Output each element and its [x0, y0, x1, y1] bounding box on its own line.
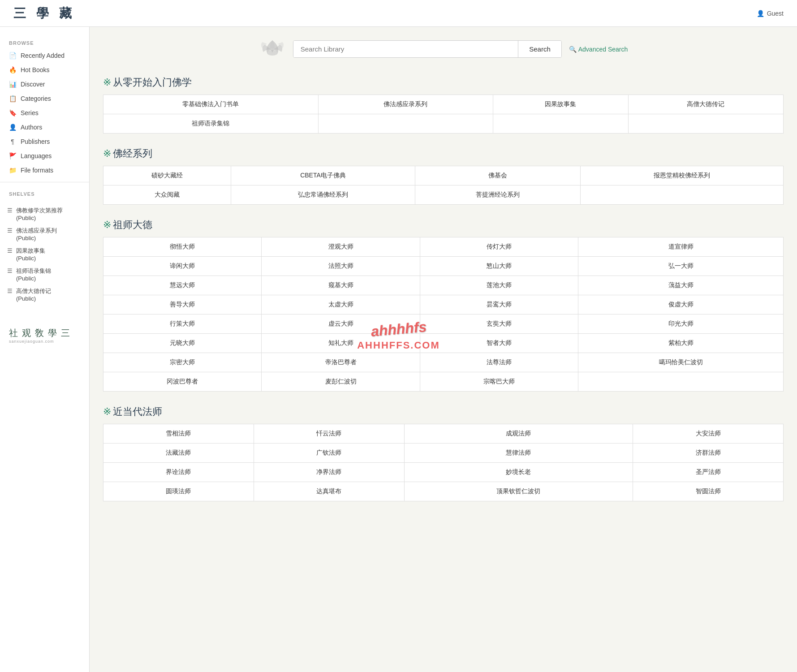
shelf-label-3: 因果故事集(Public) — [16, 247, 45, 262]
sidebar-item-discover[interactable]: 📊 Discover — [0, 77, 89, 91]
table-cell[interactable]: 传灯大师 — [420, 237, 578, 257]
table-cell[interactable]: 法藏法师 — [103, 444, 254, 463]
table-cell[interactable]: 帝洛巴尊者 — [262, 353, 420, 372]
shelf-item-5[interactable]: ☰ 高僧大德传记(Public) — [0, 284, 89, 305]
table-cell[interactable]: 界诠法师 — [103, 463, 254, 482]
table-cell[interactable]: 噶玛恰美仁波切 — [578, 353, 784, 372]
shelf-icon-2: ☰ — [7, 227, 13, 234]
table-cell[interactable]: 印光大师 — [578, 314, 784, 334]
table-cell[interactable]: 净界法师 — [254, 463, 404, 482]
table-cell[interactable]: 圣严法师 — [633, 463, 784, 482]
guest-label[interactable]: Guest — [767, 10, 784, 17]
table-cell[interactable]: 佛法感应录系列 — [318, 95, 493, 114]
authors-label: Authors — [21, 124, 42, 131]
table-cell[interactable]: 元晓大师 — [103, 334, 262, 353]
table-cell[interactable]: 昙鸾大师 — [420, 295, 578, 314]
table-cell[interactable]: 济群法师 — [633, 444, 784, 463]
table-cell[interactable]: 报恩堂精校佛经系列 — [581, 166, 784, 185]
table-cell[interactable]: 太虚大师 — [262, 295, 420, 314]
table-cell[interactable]: 佛基会 — [415, 166, 581, 185]
table-row: 法藏法师广钦法师慧律法师济群法师 — [103, 444, 784, 463]
discover-icon: 📊 — [9, 81, 16, 88]
table-cell[interactable]: 冈波巴尊者 — [103, 372, 262, 392]
table-cell[interactable]: 知礼大师 — [262, 334, 420, 353]
shelf-item-4[interactable]: ☰ 祖师语录集锦(Public) — [0, 264, 89, 284]
sidebar-item-publishers[interactable]: ¶ Publishers — [0, 134, 89, 149]
table-cell[interactable]: 雪相法师 — [103, 424, 254, 444]
table-cell[interactable]: 忏云法师 — [254, 424, 404, 444]
table-cell[interactable]: 碛砂大藏经 — [103, 166, 231, 185]
table-cell[interactable]: 谛闲大师 — [103, 257, 262, 276]
table-cell[interactable]: 玄奘大师 — [420, 314, 578, 334]
table-cell[interactable]: 成观法师 — [404, 424, 633, 444]
table-cell[interactable]: 善导大师 — [103, 295, 262, 314]
table-cell[interactable]: 达真堪布 — [254, 482, 404, 501]
table-cell[interactable]: 窥基大师 — [262, 276, 420, 295]
sidebar-item-series[interactable]: 🔖 Series — [0, 106, 89, 120]
table-cell[interactable]: 大安法师 — [633, 424, 784, 444]
section-modern-title: ※近当代法师 — [103, 405, 784, 418]
table-cell[interactable]: 蕅益大师 — [578, 276, 784, 295]
table-cell[interactable]: 宗密大师 — [103, 353, 262, 372]
table-cell — [581, 185, 784, 205]
table-cell[interactable]: 俊虚大师 — [578, 295, 784, 314]
table-cell[interactable]: 因果故事集 — [493, 95, 629, 114]
table-cell[interactable]: 行策大师 — [103, 314, 262, 334]
table-cell[interactable]: 圆瑛法师 — [103, 482, 254, 501]
sidebar-item-hot-books[interactable]: 🔥 Hot Books — [0, 63, 89, 77]
bottom-logo-sub: sanxuejiaoguan.com — [9, 339, 80, 344]
advanced-search-label: Advanced Search — [578, 46, 628, 53]
table-cell — [578, 372, 784, 392]
shelf-item-1[interactable]: ☰ 佛教修学次第推荐(Public) — [0, 204, 89, 224]
table-row: 祖师语录集锦 — [103, 114, 784, 134]
table-cell[interactable]: 智圆法师 — [633, 482, 784, 501]
advanced-search-link[interactable]: 🔍 Advanced Search — [569, 46, 628, 53]
shelf-label-4: 祖师语录集锦(Public) — [16, 267, 51, 282]
table-cell[interactable]: 顶果钦哲仁波切 — [404, 482, 633, 501]
table-cell[interactable]: 紫柏大师 — [578, 334, 784, 353]
sidebar-item-categories[interactable]: 📋 Categories — [0, 91, 89, 106]
table-cell[interactable]: 弘一大师 — [578, 257, 784, 276]
table-cell[interactable]: 弘忠常诵佛经系列 — [231, 185, 415, 205]
search-button[interactable]: Search — [518, 41, 561, 57]
section-patriarchs-table: 彻悟大师澄观大师传灯大师道宣律师谛闲大师法照大师慜山大师弘一大师慧远大师窥基大师… — [103, 237, 784, 392]
section-symbol: ※ — [103, 77, 111, 88]
table-cell[interactable]: 澄观大师 — [262, 237, 420, 257]
table-cell[interactable]: 菩提洲经论系列 — [415, 185, 581, 205]
sidebar-item-recently-added[interactable]: 📄 Recently Added — [0, 48, 89, 63]
sidebar-item-file-formats[interactable]: 📁 File formats — [0, 163, 89, 177]
table-cell[interactable]: 大众阅藏 — [103, 185, 231, 205]
table-cell[interactable]: 虚云大师 — [262, 314, 420, 334]
table-row: 善导大师太虚大师昙鸾大师俊虚大师 — [103, 295, 784, 314]
table-cell[interactable]: 宗喀巴大师 — [420, 372, 578, 392]
guest-area: 👤 Guest — [757, 10, 784, 17]
table-cell — [493, 114, 629, 134]
table-cell[interactable]: 祖师语录集锦 — [103, 114, 319, 134]
table-cell[interactable]: 智者大师 — [420, 334, 578, 353]
table-cell[interactable]: 慧律法师 — [404, 444, 633, 463]
publishers-label: Publishers — [21, 138, 50, 145]
table-cell[interactable]: 法尊法师 — [420, 353, 578, 372]
site-logo[interactable]: 三 學 藏 — [13, 5, 75, 22]
shelf-item-2[interactable]: ☰ 佛法感应录系列(Public) — [0, 224, 89, 244]
table-cell[interactable]: 高僧大德传记 — [628, 95, 783, 114]
sidebar-divider — [0, 182, 89, 182]
table-cell[interactable]: 法照大师 — [262, 257, 420, 276]
section-sutras-title: ※佛经系列 — [103, 147, 784, 160]
shelf-item-3[interactable]: ☰ 因果故事集(Public) — [0, 244, 89, 264]
table-cell[interactable]: CBETA电子佛典 — [231, 166, 415, 185]
table-cell[interactable]: 彻悟大师 — [103, 237, 262, 257]
table-cell[interactable]: 慜山大师 — [420, 257, 578, 276]
search-input[interactable] — [293, 41, 518, 57]
sidebar-item-languages[interactable]: 🚩 Languages — [0, 149, 89, 163]
table-row: 圆瑛法师达真堪布顶果钦哲仁波切智圆法师 — [103, 482, 784, 501]
table-cell[interactable]: 道宣律师 — [578, 237, 784, 257]
table-cell[interactable]: 慧远大师 — [103, 276, 262, 295]
table-cell[interactable]: 广钦法师 — [254, 444, 404, 463]
table-cell[interactable]: 莲池大师 — [420, 276, 578, 295]
table-cell[interactable]: 妙境长老 — [404, 463, 633, 482]
sidebar-item-authors[interactable]: 👤 Authors — [0, 120, 89, 134]
table-cell[interactable]: 零基础佛法入门书单 — [103, 95, 319, 114]
languages-icon: 🚩 — [9, 152, 16, 159]
table-cell[interactable]: 麦彭仁波切 — [262, 372, 420, 392]
